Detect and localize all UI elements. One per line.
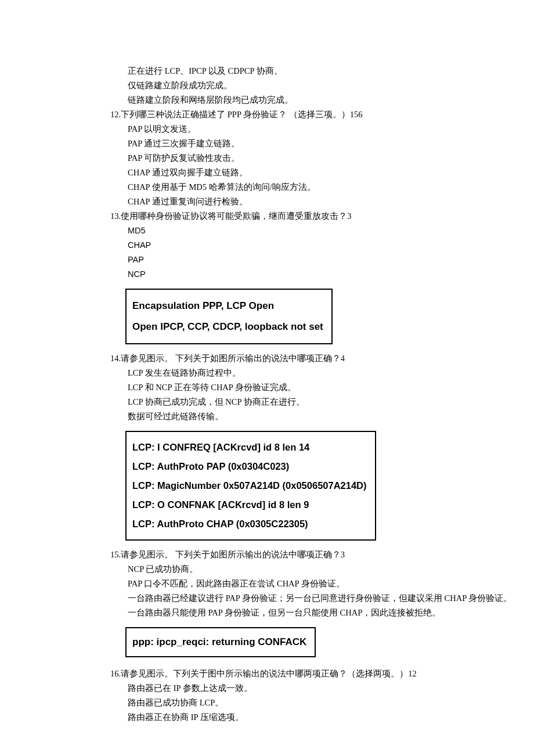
q11-option: 链路建立阶段和网络层阶段均已成功完成。 bbox=[128, 93, 534, 107]
q15-title: 15.请参见图示。 下列关于如图所示输出的说法中哪项正确？3 bbox=[110, 548, 534, 562]
q14-option: LCP 协商已成功完成，但 NCP 协商正在进行。 bbox=[128, 395, 534, 409]
q13-title: 13.使用哪种身份验证协议将可能受欺骗，继而遭受重放攻击？3 bbox=[110, 209, 534, 224]
q14-option: LCP 发生在链路协商过程中。 bbox=[128, 366, 534, 380]
q13-option: MD5 bbox=[128, 224, 534, 238]
output-box-2: LCP: I CONFREQ [ACKrcvd] id 8 len 14 LCP… bbox=[125, 431, 376, 541]
q12-option: PAP 以明文发送。 bbox=[128, 122, 534, 136]
q15-option: 一台路由器已经建议进行 PAP 身份验证；另一台已同意进行身份验证，但建议采用 … bbox=[128, 591, 534, 606]
document-page: 正在进行 LCP、IPCP 以及 CDPCP 协商。 仅链路建立阶段成功完成。 … bbox=[0, 0, 534, 725]
q13-option: PAP bbox=[128, 253, 534, 267]
q12-option: CHAP 使用基于 MD5 哈希算法的询问/响应方法。 bbox=[128, 180, 534, 195]
output-line: LCP: AuthProto PAP (0x0304C023) bbox=[132, 457, 367, 476]
q16-title: 16.请参见图示。下列关于图中所示输出的说法中哪两项正确？（选择两项。）12 bbox=[110, 667, 534, 681]
q12-option: PAP 可防护反复试验性攻击。 bbox=[128, 151, 534, 165]
output-line: LCP: O CONFNAK [ACKrcvd] id 8 len 9 bbox=[132, 495, 367, 514]
q14-option: 数据可经过此链路传输。 bbox=[128, 409, 534, 424]
q11-option: 仅链路建立阶段成功完成。 bbox=[128, 78, 534, 93]
q12-option: CHAP 通过双向握手建立链路。 bbox=[128, 165, 534, 180]
output-line: LCP: AuthProto CHAP (0x0305C22305) bbox=[132, 514, 367, 534]
q12-option: PAP 通过三次握手建立链路。 bbox=[128, 136, 534, 151]
q15-option: NCP 已成功协商。 bbox=[128, 562, 534, 577]
q16-option: 路由器正在协商 IP 压缩选项。 bbox=[128, 710, 534, 725]
output-line: ppp: ipcp_reqci: returning CONFACK bbox=[132, 634, 306, 650]
q12-option: CHAP 通过重复询问进行检验。 bbox=[128, 195, 534, 209]
q14-title: 14.请参见图示。 下列关于如图所示输出的说法中哪项正确？4 bbox=[110, 351, 534, 366]
output-box-3: ppp: ipcp_reqci: returning CONFACK bbox=[125, 627, 316, 657]
q12-title: 12.下列哪三种说法正确描述了 PPP 身份验证？ （选择三项。）156 bbox=[110, 107, 534, 122]
q13-option: NCP bbox=[128, 267, 534, 282]
q15-option: 一台路由器只能使用 PAP 身份验证，但另一台只能使用 CHAP，因此连接被拒绝… bbox=[128, 606, 534, 620]
q15-option: PAP 口令不匹配，因此路由器正在尝试 CHAP 身份验证。 bbox=[128, 577, 534, 591]
q13-option: CHAP bbox=[128, 238, 534, 253]
output-line: LCP: I CONFREQ [ACKrcvd] id 8 len 14 bbox=[132, 438, 367, 457]
output-line: LCP: MagicNumber 0x507A214D (0x0506507A2… bbox=[132, 476, 367, 495]
output-box-1: Encapsulation PPP, LCP Open Open IPCP, C… bbox=[125, 289, 333, 344]
q14-option: LCP 和 NCP 正在等待 CHAP 身份验证完成。 bbox=[128, 380, 534, 395]
q16-option: 路由器已在 IP 参数上达成一致。 bbox=[128, 681, 534, 696]
q11-option: 正在进行 LCP、IPCP 以及 CDPCP 协商。 bbox=[128, 64, 534, 78]
output-line: Open IPCP, CCP, CDCP, loopback not set bbox=[132, 316, 323, 337]
q16-option: 路由器已成功协商 LCP。 bbox=[128, 696, 534, 710]
output-line: Encapsulation PPP, LCP Open bbox=[132, 296, 323, 316]
